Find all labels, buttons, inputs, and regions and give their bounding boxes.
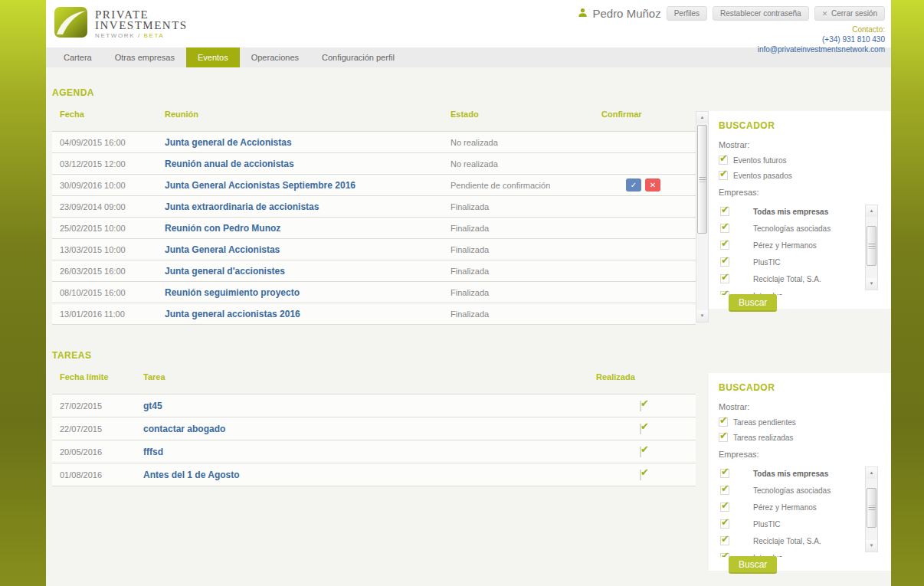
done-checkbox[interactable]: ✔ (640, 424, 641, 434)
scroll-down-icon[interactable]: ▼ (866, 540, 877, 552)
confirm-decline-button[interactable]: ✕ (645, 178, 660, 192)
agenda-row-status: Finalizada (451, 309, 601, 319)
contact-email-link[interactable]: info@privateinvestmentsnetwork.com (758, 45, 885, 54)
agenda-row-meeting: Junta general d'accionistes (165, 266, 451, 277)
checkbox[interactable]: ✔ (720, 486, 729, 495)
company-item[interactable]: ✔ Todas mis empresas (719, 203, 881, 220)
checkbox[interactable]: ✔ (720, 291, 729, 295)
check-icon: ✔ (721, 255, 729, 266)
company-label: Todas mis empresas (753, 208, 828, 216)
company-list-scrollbar[interactable]: ▲ ▼ (865, 467, 878, 552)
agenda-row-meeting: Reunión con Pedro Munoz (165, 223, 451, 234)
checkbox[interactable]: ✔ (719, 417, 728, 427)
checkbox[interactable]: ✔ (720, 241, 729, 250)
tarea-row-done-cell: ✔ (596, 470, 696, 480)
agenda-row-status: Finalizada (451, 245, 601, 254)
scrollbar-track[interactable] (866, 479, 877, 540)
tab[interactable]: Cartera (52, 47, 103, 67)
done-checkbox[interactable]: ✔ (640, 470, 641, 480)
meeting-link[interactable]: Junta General Accionistas (165, 244, 280, 255)
scrollbar-thumb[interactable] (867, 488, 876, 528)
checkbox[interactable]: ✔ (720, 224, 729, 233)
checkbox-option[interactable]: ✔ Eventos pasados (719, 171, 881, 180)
company-item[interactable]: ✔ Tecnologías asociadas (719, 482, 881, 499)
scrollbar-track[interactable] (866, 217, 877, 278)
checkbox[interactable]: ✔ (719, 171, 728, 180)
scroll-up-icon[interactable]: ▲ (696, 112, 708, 123)
company-item[interactable]: ✔ Tecnologías asociadas (719, 220, 881, 237)
meeting-link[interactable]: Junta general d'accionistes (165, 266, 285, 277)
tarea-row-task: gt45 (143, 401, 596, 411)
tab[interactable]: Configuración perfil (310, 47, 406, 67)
checkbox[interactable]: ✔ (719, 433, 728, 442)
company-item[interactable]: ✔ Reciclaje Total, S.A. (719, 532, 881, 549)
checkbox[interactable]: ✔ (720, 503, 729, 512)
scrollbar-grip (868, 506, 875, 511)
buscador-tareas-panel: BUSCADOR Mostrar: ✔ Tareas pendientes ✔ … (709, 373, 891, 571)
company-item[interactable]: ✔ Todas mis empresas (719, 465, 881, 482)
checkbox[interactable]: ✔ (720, 553, 729, 557)
checkbox-option[interactable]: ✔ Eventos futuros (719, 156, 881, 165)
done-checkbox[interactable]: ✔ (640, 447, 641, 457)
checkbox[interactable]: ✔ (720, 469, 729, 478)
company-item[interactable]: ✔ Pérez y Hermanos (719, 237, 881, 254)
checkbox[interactable]: ✔ (719, 156, 728, 165)
reset-password-button[interactable]: Restablecer contraseña (713, 6, 809, 21)
logout-button[interactable]: ✕ Cerrar sesión (814, 6, 885, 21)
meeting-link[interactable]: Junta general accionistas 2016 (165, 309, 300, 319)
meeting-link[interactable]: Junta General Accionistas Septiembre 201… (165, 180, 356, 191)
agenda-table-row: 03/12/2015 12:00 Reunión anual de accion… (52, 153, 696, 175)
scroll-down-icon[interactable]: ▼ (866, 278, 877, 290)
company-list-scrollbar[interactable]: ▲ ▼ (865, 205, 878, 290)
checkbox[interactable]: ✔ (720, 257, 729, 267)
tab[interactable]: Otras empresas (103, 47, 186, 67)
task-link[interactable]: fffsd (143, 447, 163, 457)
check-icon: ✔ (719, 169, 728, 179)
checkbox-option[interactable]: ✔ Tareas pendientes (719, 417, 881, 427)
meeting-link[interactable]: Reunión con Pedro Munoz (165, 223, 280, 234)
checkbox[interactable]: ✔ (720, 207, 729, 216)
meeting-link[interactable]: Reunión anual de accionistas (165, 159, 294, 169)
scroll-down-icon[interactable]: ▼ (696, 310, 708, 322)
meeting-link[interactable]: Junta general de Accionistas (165, 137, 292, 148)
company-item[interactable]: ✔ Pérez y Hermanos (719, 499, 881, 516)
checkbox[interactable]: ✔ (720, 519, 729, 529)
scroll-up-icon[interactable]: ▲ (866, 205, 877, 217)
confirm-buttons: ✓ ✕ (601, 178, 696, 192)
scrollbar-thumb[interactable] (867, 226, 876, 266)
agenda-col-confirmar: Confirmar (601, 110, 696, 120)
scrollbar-track[interactable] (696, 123, 708, 310)
tarea-row-done-cell: ✔ (596, 401, 696, 411)
perfiles-button[interactable]: Perfiles (667, 6, 707, 21)
task-link[interactable]: Antes del 1 de Agosto (143, 470, 240, 480)
company-item[interactable]: ✔ PlusTIC (719, 516, 881, 532)
scrollbar-thumb[interactable] (697, 125, 707, 234)
company-items: ✔ Todas mis empresas ✔ Tecnologías asoci… (719, 465, 881, 557)
buscar-button[interactable]: Buscar (729, 294, 777, 312)
company-label: Pérez y Hermanos (753, 241, 817, 250)
tareas-col-fecha: Fecha límite (52, 372, 143, 383)
check-icon: ✔ (721, 272, 729, 283)
tab[interactable]: Eventos (186, 47, 240, 67)
check-icon: ✔ (721, 534, 729, 545)
contact-phone: (+34) 931 810 430 (578, 34, 885, 44)
checkbox[interactable]: ✔ (720, 536, 729, 545)
task-link[interactable]: contactar abogado (143, 424, 225, 434)
meeting-link[interactable]: Reunión seguimiento proyecto (165, 287, 300, 298)
agenda-table-row: 25/02/2015 10:00 Reunión con Pedro Munoz… (52, 218, 696, 239)
agenda-col-fecha: Fecha (52, 110, 165, 120)
agenda-row-meeting: Junta extraordinaria de accionistas (165, 201, 451, 212)
logo[interactable]: PRIVATE INVESTMENTS NETWORK / BETA (54, 5, 188, 42)
task-link[interactable]: gt45 (143, 401, 162, 411)
company-item[interactable]: ✔ Reciclaje Total, S.A. (719, 270, 881, 287)
done-checkbox[interactable]: ✔ (640, 401, 641, 411)
tab[interactable]: Operaciones (240, 47, 310, 67)
checkbox[interactable]: ✔ (720, 274, 729, 283)
confirm-accept-button[interactable]: ✓ (626, 178, 641, 192)
checkbox-option[interactable]: ✔ Tareas realizadas (719, 433, 881, 442)
company-item[interactable]: ✔ PlusTIC (719, 254, 881, 270)
agenda-scrollbar[interactable]: ▲ ▼ (696, 111, 709, 322)
meeting-link[interactable]: Junta extraordinaria de accionistas (165, 201, 319, 212)
scroll-up-icon[interactable]: ▲ (866, 467, 877, 479)
buscar-button[interactable]: Buscar (729, 556, 777, 574)
